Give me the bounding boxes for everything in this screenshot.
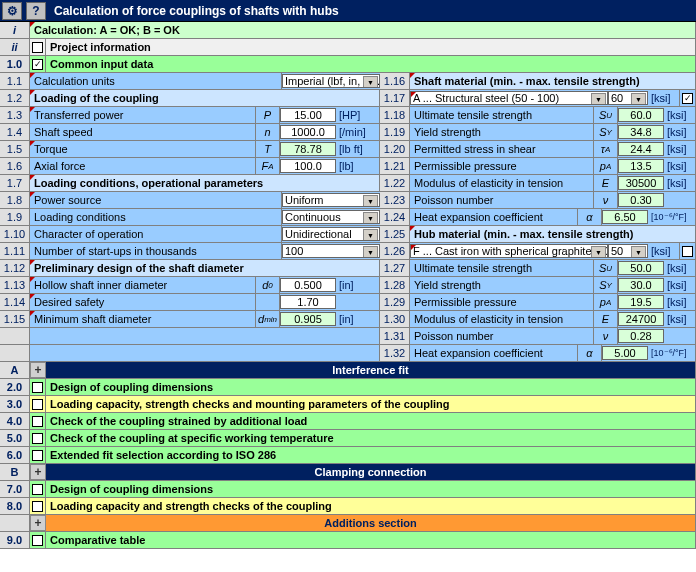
expand-toggle[interactable]: ✓ — [30, 56, 46, 72]
title-bar: ⚙ ? Calculation of force couplings of sh… — [0, 0, 696, 22]
loading-cond-select[interactable]: Continuous — [282, 210, 380, 224]
row-idx: ii — [0, 39, 30, 55]
section-additions: Additions section — [46, 515, 696, 531]
section-clamping: Clamping connection — [46, 464, 696, 480]
power-source-select[interactable]: Uniform — [282, 193, 380, 207]
section-header: Common input data — [46, 56, 696, 72]
app-title: Calculation of force couplings of shafts… — [48, 4, 339, 18]
shaft-chk[interactable]: ✓ — [680, 90, 696, 106]
safety-input[interactable]: 1.70 — [280, 295, 336, 309]
hub-mat-select[interactable]: F ... Cast iron with spherical graphite … — [410, 244, 608, 258]
expand-a[interactable]: + — [30, 362, 46, 378]
expand-add[interactable]: + — [30, 515, 46, 531]
units-select[interactable]: Imperial (lbf, in, HP... — [282, 74, 380, 88]
hub-chk[interactable] — [680, 243, 696, 259]
min-dia-output: 0.905 — [280, 312, 336, 326]
project-info: Project information — [46, 39, 696, 55]
axial-input[interactable]: 100.0 — [280, 159, 336, 173]
row-idx: 1.0 — [0, 56, 30, 72]
startups-select[interactable]: 100 — [282, 244, 380, 258]
expand-toggle[interactable] — [30, 39, 46, 55]
calc-status: Calculation: A = OK; B = OK — [30, 22, 696, 38]
torque-output: 78.78 — [280, 142, 336, 156]
expand-b[interactable]: + — [30, 464, 46, 480]
app-icon[interactable]: ⚙ — [2, 2, 22, 20]
speed-input[interactable]: 1000.0 — [280, 125, 336, 139]
operation-select[interactable]: Unidirectional — [282, 227, 380, 241]
hub-val-select[interactable]: 50 — [608, 244, 648, 258]
row-idx: i — [0, 22, 30, 38]
hollow-dia-input[interactable]: 0.500 — [280, 278, 336, 292]
power-input[interactable]: 15.00 — [280, 108, 336, 122]
shaft-val-select[interactable]: 60 — [608, 91, 648, 105]
shaft-mat-select[interactable]: A ... Structural steel (50 - 100) — [410, 91, 608, 105]
help-icon[interactable]: ? — [26, 2, 46, 20]
section-interference: Interference fit — [46, 362, 696, 378]
